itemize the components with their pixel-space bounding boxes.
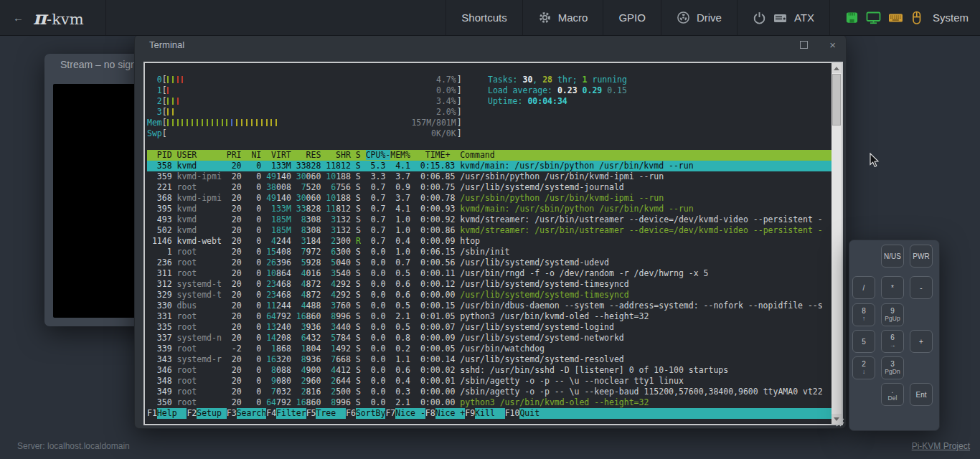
cpu-mem-meter: Mem[157M/801M] (147, 118, 831, 128)
htop-summary: Tasks: 30, 28 thr; 1 runningLoad average… (488, 75, 627, 107)
process-row: 502 kvmd 20 0 185M 8308 3132 S 0.7 1.0 0… (147, 225, 831, 236)
nav-atx[interactable]: ATX (737, 0, 829, 35)
process-row: 221 root 20 0 38008 7520 6756 S 0.7 0.9 … (147, 182, 831, 193)
numpad-key-ent[interactable]: Ent (910, 383, 933, 406)
top-navbar: ← π-kvm Shortcuts Macro GPIO Drive (0, 0, 980, 36)
numpad-key-5[interactable]: 5 (852, 330, 875, 353)
numpad-window: × N/USPWR/*-8↑9PgUp56→+2↓3PgDn.DelEnt (849, 240, 940, 431)
process-row: 349 root 20 0 7032 2816 2500 S 0.0 0.3 0… (147, 387, 831, 397)
resize-grip[interactable] (834, 417, 844, 427)
nav-menu: Shortcuts Macro GPIO Drive ATX (446, 0, 980, 35)
numpad-key-9[interactable]: 9PgUp (881, 303, 904, 326)
numpad-key-[interactable]: * (881, 276, 904, 299)
htop-terminal-screen[interactable]: 0[4.7%] 1[0.0%] 2[3.4%] 3[2.0%]Mem[157M/… (145, 63, 831, 424)
process-row: 339 root -2 0 1868 1804 1492 S 0.0 0.2 0… (147, 344, 831, 354)
nav-gpio[interactable]: GPIO (603, 0, 661, 35)
htop-table-header: PID USER PRI NI VIRT RES SHR S CPU%-MEM%… (147, 150, 831, 161)
server-label: Server: localhost.localdomain (17, 441, 130, 451)
maximize-icon[interactable] (800, 41, 808, 49)
scrollbar-thumb[interactable] (832, 74, 841, 126)
nav-system[interactable]: System (829, 0, 980, 35)
numpad-key-[interactable]: - (910, 276, 933, 299)
nav-shortcuts-label: Shortcuts (461, 11, 507, 24)
nav-macro-label: Macro (558, 11, 588, 24)
process-row: 329 systemd-t 20 0 23468 4872 4292 S 0.0… (147, 290, 831, 301)
process-row: 343 systemd-r 20 0 16320 8936 7668 S 0.0… (147, 354, 831, 365)
nav-atx-label: ATX (794, 11, 814, 24)
power-icon (753, 11, 766, 25)
process-row: 1 root 20 0 15408 7972 6300 S 0.0 1.0 0:… (147, 247, 831, 257)
process-row: 312 systemd-t 20 0 23468 4872 4292 S 0.0… (147, 279, 831, 290)
mouse-icon (910, 11, 923, 25)
terminal-content-box: 0[4.7%] 1[0.0%] 2[3.4%] 3[2.0%]Mem[157M/… (143, 62, 843, 425)
numpad-key-pwr[interactable]: PWR (910, 245, 933, 268)
process-row: 395 kvmd 20 0 133M 33828 11812 S 0.7 4.1… (147, 204, 831, 214)
numpad-key-[interactable]: / (852, 276, 875, 299)
terminal-scrollbar[interactable] (831, 63, 842, 424)
process-row: 346 root 20 0 8088 4900 4412 S 0.0 0.6 0… (147, 365, 831, 376)
nav-drive-label: Drive (697, 11, 722, 24)
pikvm-logo: π-kvm (33, 7, 84, 29)
atx-unit-icon (773, 11, 788, 25)
process-row: 493 kvmd 20 0 185M 8308 3132 S 0.7 1.0 0… (147, 214, 831, 225)
terminal-window: Terminal × 0[4.7%] 1[0.0%] 2[3.4%] 3[2.0… (134, 34, 847, 429)
stream-window-title: Stream – no signal (60, 59, 144, 70)
network-icon (845, 11, 859, 24)
htop-fkey-bar: F1Help F2Setup F3SearchF4FilterF5Tree F6… (147, 408, 831, 419)
process-row: 337 systemd-n 20 0 14208 6432 5784 S 0.0… (147, 333, 831, 344)
pikvm-project-link[interactable]: Pi-KVM Project (912, 441, 970, 451)
process-row: 348 root 20 0 9080 2960 2644 S 0.0 0.4 0… (147, 376, 831, 387)
gear-icon (538, 11, 552, 24)
nav-macro[interactable]: Macro (522, 0, 603, 35)
process-row-selected: 358 kvmd 20 0 133M 33828 11812 S 5.3 4.1… (147, 161, 831, 171)
keyboard-icon (888, 11, 903, 24)
process-row: 330 dbus 20 0 11244 4488 3760 S 0.0 0.5 … (147, 301, 831, 311)
terminal-window-title: Terminal (149, 39, 184, 50)
numpad-key-[interactable]: .Del (881, 383, 904, 406)
display-icon (866, 11, 881, 24)
nav-shortcuts[interactable]: Shortcuts (446, 0, 522, 35)
numpad-key-2[interactable]: 2↓ (852, 356, 875, 379)
scroll-up-icon[interactable] (831, 63, 842, 73)
numpad-key-[interactable]: + (910, 330, 933, 353)
cpu-mem-meter: Swp[0K/0K] (147, 128, 831, 139)
numpad-key-3[interactable]: 3PgDn (881, 356, 904, 379)
nav-system-label: System (933, 11, 969, 24)
nav-gpio-label: GPIO (618, 11, 646, 24)
mouse-cursor (870, 153, 881, 171)
process-row: 335 root 20 0 13240 3936 3440 S 0.0 0.5 … (147, 322, 831, 333)
back-arrow-icon[interactable]: ← (13, 11, 24, 24)
nav-drive[interactable]: Drive (661, 0, 737, 35)
terminal-window-header[interactable]: Terminal × (135, 35, 846, 54)
process-row: 359 kvmd-ipmi 20 0 49140 30060 10188 S 3… (147, 171, 831, 182)
process-row: 368 kvmd-ipmi 20 0 49140 30060 10188 S 0… (147, 193, 831, 204)
process-row: 1146 kvmd-webt 20 0 4244 3184 2300 R 0.7… (147, 236, 831, 247)
process-row: 236 root 20 0 26396 5928 5040 S 0.0 0.7 … (147, 257, 831, 268)
fan-icon (677, 11, 690, 24)
process-row: 311 root 20 0 10864 4016 3540 S 0.0 0.5 … (147, 268, 831, 279)
logo-block: ← π-kvm (0, 0, 106, 35)
process-row: 331 root 20 0 64792 16860 8996 S 0.0 2.1… (147, 311, 831, 322)
process-row: 350 root 20 0 64792 16860 8996 S 0.0 2.1… (147, 397, 831, 408)
sort-column-header: CPU%- (366, 150, 391, 160)
close-icon[interactable]: × (829, 41, 836, 49)
numpad-key-nus[interactable]: N/US (881, 245, 904, 268)
numpad-key-6[interactable]: 6→ (881, 330, 904, 353)
cpu-mem-meter: 3[2.0%] (147, 107, 831, 118)
numpad-key-8[interactable]: 8↑ (852, 303, 875, 326)
